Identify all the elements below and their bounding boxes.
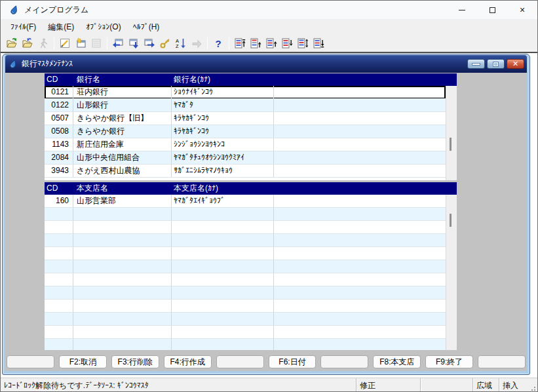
cell-name: 山形営業部	[73, 195, 172, 208]
child-window: 銀行ﾏｽﾀﾒﾝﾃﾅﾝｽ ✕ CD銀行名銀行名(ｶﾅ) 0121荘内銀行ｼｮｳﾅｲ…	[2, 54, 530, 375]
cell-x	[274, 300, 446, 313]
child-minimize-button[interactable]	[467, 59, 485, 69]
maximize-button[interactable]	[477, 1, 507, 19]
cell-cd: 160	[45, 195, 73, 208]
window-back-icon[interactable]	[110, 36, 126, 51]
cell-x	[274, 125, 446, 138]
scrollbar-thumb[interactable]	[450, 138, 452, 151]
table-row-empty[interactable]	[45, 260, 446, 273]
table-row-empty[interactable]	[45, 313, 446, 326]
fkey-f4-button[interactable]: F4:行作成	[164, 355, 212, 368]
table-row-empty[interactable]	[45, 286, 446, 300]
window-jump-icon[interactable]	[142, 36, 157, 51]
table-row[interactable]: 0507きらやか銀行【旧】ｷﾗﾔｶｷﾞﾝｺｳ	[45, 112, 446, 125]
cell-cd	[45, 273, 73, 286]
table-row-empty[interactable]	[45, 300, 446, 313]
cell-kana: ﾔﾏｶﾞﾀﾁｭｳｵｳｼﾝﾖｳｸﾐｱｲ	[172, 151, 274, 165]
cell-x	[274, 138, 446, 151]
branch-table-header: CD本支店名本支店名(ｶﾅ)	[45, 182, 457, 195]
minimize-button[interactable]	[447, 1, 477, 19]
cell-x	[274, 313, 446, 326]
table-row-empty[interactable]	[45, 273, 446, 286]
cell-name: きらやか銀行	[73, 125, 172, 138]
cell-kana: ﾔﾏｶﾞﾀ	[172, 99, 274, 112]
fkey-f8-button[interactable]: F8:本支店	[373, 355, 421, 368]
table-row-empty[interactable]	[45, 234, 446, 247]
cell-kana: ﾔﾏｶﾞﾀｴｲｷﾞｮｳﾌﾞ	[172, 195, 274, 208]
design-pen-icon[interactable]	[57, 36, 73, 51]
child-titlebar[interactable]: 銀行ﾏｽﾀﾒﾝﾃﾅﾝｽ ✕	[5, 55, 527, 73]
bank-table-rows: 0121荘内銀行ｼｮｳﾅｲｷﾞﾝｺｳ0122山形銀行ﾔﾏｶﾞﾀ0507きらやか銀…	[45, 86, 446, 180]
cell-name	[73, 260, 172, 273]
cell-cd	[45, 221, 73, 234]
cell-x	[274, 221, 446, 234]
window-forward-icon[interactable]	[126, 36, 142, 51]
resize-grip[interactable]	[529, 378, 537, 392]
table-row-empty[interactable]	[45, 339, 446, 350]
column-header: 本支店名(ｶﾅ)	[172, 182, 274, 195]
cell-name: 新庄信用金庫	[73, 138, 172, 151]
close-button[interactable]: ×	[507, 1, 537, 19]
key-icon[interactable]	[157, 36, 173, 51]
close-icon: ✕	[512, 60, 518, 68]
cell-kana: ｼﾝｼﾞｮｳｼﾝﾖｳｷﾝｺ	[172, 138, 274, 151]
table-row-empty[interactable]	[45, 326, 446, 339]
cell-kana	[172, 326, 274, 339]
function-key-bar: F2:取消F3:行削除F4:行作成F6:日付F8:本支店F9:終了	[7, 355, 526, 368]
fkey-blank	[216, 355, 264, 368]
bank-table-scrollbar[interactable]	[446, 86, 457, 180]
row-sort-asc-icon[interactable]	[248, 36, 263, 51]
table-row-empty[interactable]	[45, 221, 446, 234]
sort-az-icon[interactable]: AZ	[173, 36, 189, 51]
table-row[interactable]: 2084山形中央信用組合ﾔﾏｶﾞﾀﾁｭｳｵｳｼﾝﾖｳｸﾐｱｲ	[45, 151, 446, 165]
bank-table-header: CD銀行名銀行名(ｶﾅ)	[45, 73, 457, 86]
svg-text:?: ?	[216, 38, 221, 49]
cell-x	[274, 112, 446, 125]
row-down-icon[interactable]	[279, 36, 295, 51]
window-title: メインプログラム	[24, 5, 447, 16]
table-row-empty[interactable]	[45, 208, 446, 221]
cell-cd	[45, 339, 73, 350]
table-row-empty[interactable]	[45, 247, 446, 260]
table-row[interactable]: 1143新庄信用金庫ｼﾝｼﾞｮｳｼﾝﾖｳｷﾝｺ	[45, 138, 446, 151]
branch-table-scrollbar[interactable]	[446, 195, 457, 350]
scrollbar-thumb[interactable]	[450, 214, 452, 227]
new-window-icon[interactable]	[73, 36, 88, 51]
child-restore-button[interactable]	[487, 59, 505, 69]
child-window-title: 銀行ﾏｽﾀﾒﾝﾃﾅﾝｽ	[22, 58, 465, 69]
reopen-form-icon[interactable]	[20, 36, 35, 51]
table-row[interactable]: 0508きらやか銀行ｷﾗﾔｶｷﾞﾝｺｳ	[45, 125, 446, 138]
row-bottom-icon[interactable]	[311, 36, 326, 51]
table-row[interactable]: 0121荘内銀行ｼｮｳﾅｲｷﾞﾝｺｳ	[45, 86, 446, 99]
table-row[interactable]: 3943さがえ西村山農協ｻｶﾞｴﾆｼﾑﾗﾔﾏﾉｳｷｮｳ	[45, 165, 446, 178]
menu-item-ﾌｧｲﾙ(F)[interactable]: ﾌｧｲﾙ(F)	[5, 20, 42, 33]
menu-item-ｵﾌﾟｼｮﾝ(O)[interactable]: ｵﾌﾟｼｮﾝ(O)	[80, 20, 126, 33]
table-row[interactable]: 0122山形銀行ﾔﾏｶﾞﾀ	[45, 99, 446, 112]
fkey-f2-button[interactable]: F2:取消	[59, 355, 107, 368]
cell-x	[274, 260, 446, 273]
status-area: 広域	[472, 378, 499, 392]
fkey-f6-button[interactable]: F6:日付	[269, 355, 317, 368]
cell-name	[73, 234, 172, 247]
cell-x	[274, 99, 446, 112]
menu-bar: ﾌｧｲﾙ(F)編集(E)ｵﾌﾟｼｮﾝ(O)ﾍﾙﾌﾟ(H)	[1, 19, 537, 35]
cell-cd: 0122	[45, 99, 73, 112]
menu-item-ﾍﾙﾌﾟ(H)[interactable]: ﾍﾙﾌﾟ(H)	[127, 20, 166, 33]
column-header: 本支店名	[73, 182, 172, 195]
fkey-f9-button[interactable]: F9:終了	[425, 355, 473, 368]
table-row[interactable]: 160山形営業部ﾔﾏｶﾞﾀｴｲｷﾞｮｳﾌﾞ	[45, 195, 446, 208]
menu-item-編集(E)[interactable]: 編集(E)	[42, 20, 80, 35]
cell-kana: ｼｮｳﾅｲｷﾞﾝｺｳ	[172, 86, 274, 99]
fkey-f3-button[interactable]: F3:行削除	[111, 355, 159, 368]
open-form-icon[interactable]	[4, 36, 20, 51]
cell-name	[73, 221, 172, 234]
close-icon: ×	[520, 5, 525, 14]
status-mode: 修正	[356, 378, 420, 392]
row-swap-icon[interactable]	[295, 36, 311, 51]
row-top-icon[interactable]	[232, 36, 248, 51]
cell-kana: ｷﾗﾔｶｷﾞﾝｺｳ	[172, 125, 274, 138]
child-close-button[interactable]: ✕	[507, 59, 524, 69]
row-up-icon[interactable]	[263, 36, 279, 51]
help-icon[interactable]: ?	[210, 36, 226, 51]
cell-x	[274, 86, 446, 99]
